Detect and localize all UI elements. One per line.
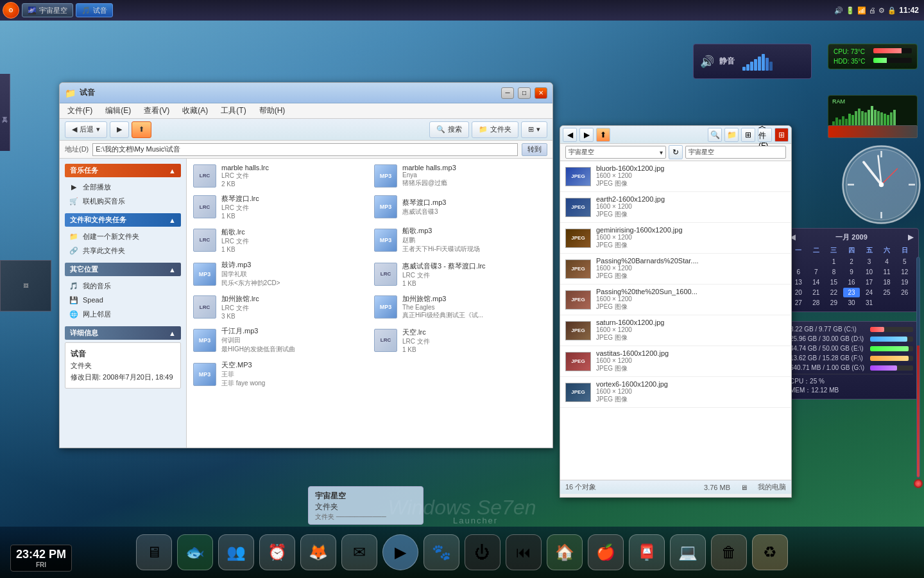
menu-file[interactable]: 文件(F) — [65, 104, 95, 118]
dock-item-recycle[interactable]: ♻ — [752, 534, 788, 570]
cal-date[interactable]: 18 — [878, 277, 896, 287]
taskbar-window-btn-0[interactable]: 🌌 宇宙星空 — [22, 3, 73, 17]
dock-item-timemachine[interactable]: ⏰ — [259, 534, 295, 570]
other-places-collapse-icon[interactable]: ▲ — [169, 266, 176, 274]
cal-date[interactable]: 19 — [896, 277, 913, 287]
fw2-addr-dropdown[interactable]: ▾ — [660, 149, 663, 156]
forward-button[interactable]: ▶ — [110, 121, 129, 138]
buy-music-item[interactable]: 🛒 联机购买音乐 — [65, 194, 181, 208]
folder-btn[interactable]: 📁 文件夹 — [472, 121, 518, 138]
share-folder-item[interactable]: 🔗 共享此文件夹 — [65, 243, 181, 258]
menu-favorites[interactable]: 收藏(A) — [180, 104, 210, 118]
dock-item-home[interactable]: 🏠 — [547, 534, 583, 570]
dock-item-power[interactable]: ⏻ — [465, 534, 501, 570]
network-item[interactable]: 🌐 网上邻居 — [65, 307, 181, 321]
fw2-view-btn[interactable]: ⊞ — [741, 128, 755, 142]
cal-date[interactable]: 24 — [860, 288, 878, 297]
dock-item-firefox[interactable]: 🦊 — [300, 534, 336, 570]
close-button[interactable]: ✕ — [535, 87, 547, 99]
detail-collapse-icon[interactable]: ▲ — [169, 329, 176, 337]
menu-help[interactable]: 帮助(H) — [257, 104, 288, 118]
menu-edit[interactable]: 编辑(E) — [103, 104, 133, 118]
cal-date[interactable]: 10 — [860, 267, 878, 277]
file-item-huiwei-lrc[interactable]: LRC 惠威试音碟3 - 蔡琴渡口.lrc LRC 文件 1 KB — [370, 258, 550, 290]
fw2-refresh-btn[interactable]: ↻ — [669, 145, 683, 159]
dock-item-mail2[interactable]: 📮 — [629, 534, 665, 570]
fw2-up-btn[interactable]: ⬆ — [596, 128, 610, 142]
file-item-chuange-lrc[interactable]: LRC 船歌.lrc LRC 文件 1 KB — [189, 223, 369, 256]
play-all-item[interactable]: ▶ 全部播放 — [65, 180, 181, 194]
address-go-button[interactable]: 转到 — [522, 143, 547, 156]
back-button[interactable]: ◀ 后退 ▾ — [65, 121, 107, 138]
cal-date[interactable]: 30 — [843, 298, 860, 308]
fw2-back-btn[interactable]: ◀ — [563, 128, 577, 142]
cal-date[interactable]: 28 — [808, 298, 825, 308]
fw2-item-saturn[interactable]: JPEG saturn-1600x1200.jpg 1600 × 1200 JP… — [560, 315, 791, 346]
cal-date[interactable]: 13 — [790, 277, 807, 287]
cal-date[interactable]: 9 — [843, 267, 860, 277]
spead-item[interactable]: 💾 Spead — [65, 293, 181, 307]
cal-date[interactable]: 6 — [790, 267, 807, 277]
fw2-addr-box[interactable]: 宇宙星空 ▾ — [565, 146, 666, 159]
cal-date[interactable]: 15 — [825, 277, 843, 287]
file-item-chuange-mp3[interactable]: MP3 船歌.mp3 赵鹏 王者天下Hi-Fi天碟试听现场 — [370, 223, 550, 256]
cal-date[interactable]: 17 — [860, 277, 878, 287]
cal-date[interactable]: 7 — [808, 267, 825, 277]
cal-date[interactable]: 16 — [843, 277, 860, 287]
taskbar-window-btn-1[interactable]: 🎵 试音 — [76, 3, 113, 17]
file-item-qianjiang-mp3[interactable]: MP3 千江月.mp3 何训田 最HIGH的发烧低音测试曲 — [189, 324, 369, 356]
fw2-item-earth2[interactable]: JPEG earth2-1600x1200.jpg 1600 × 1200 JP… — [560, 192, 791, 223]
up-button[interactable]: ⬆ — [132, 121, 151, 138]
minimize-button[interactable]: ─ — [501, 87, 514, 99]
cal-date[interactable] — [808, 257, 825, 267]
dock-item-prev[interactable]: ⏮ — [506, 534, 542, 570]
menu-tools[interactable]: 工具(T) — [218, 104, 248, 118]
cal-date[interactable]: 21 — [808, 288, 825, 297]
dock-item-monitor[interactable]: 💻 — [670, 534, 706, 570]
dock-item-finder[interactable]: 🖥 — [136, 534, 172, 570]
menu-view[interactable]: 查看(V) — [141, 104, 172, 118]
cal-date[interactable]: 27 — [790, 298, 807, 308]
cal-date[interactable]: 8 — [825, 267, 843, 277]
cal-date[interactable]: 4 — [878, 257, 896, 267]
file-item-jizhou-lrc[interactable]: LRC 加州旅馆.lrc LRC 文件 3 KB — [189, 292, 369, 322]
cal-next[interactable]: ▶ — [908, 233, 913, 241]
dock-item-trash[interactable]: 🗑 — [711, 534, 747, 570]
cal-date[interactable]: 20 — [790, 288, 807, 297]
dock-item-play[interactable]: ▶ — [382, 534, 418, 570]
cal-date[interactable]: 29 — [825, 298, 843, 308]
cal-date[interactable]: 12 — [896, 267, 913, 277]
my-music-item[interactable]: 🎵 我的音乐 — [65, 279, 181, 293]
cal-date[interactable]: 14 — [808, 277, 825, 287]
dock-item-apple[interactable]: 🍎 — [588, 534, 624, 570]
fw2-item-vortex[interactable]: JPEG vortex6-1600x1200.jpg 1600 × 1200 J… — [560, 377, 791, 408]
dock-item-mail[interactable]: ✉ — [341, 534, 377, 570]
cal-date-today[interactable]: 23 — [843, 288, 860, 297]
cal-date[interactable]: 25 — [878, 288, 896, 297]
cal-date[interactable]: 1 — [825, 257, 843, 267]
fw2-search-btn[interactable]: 🔍 — [708, 128, 722, 142]
fw2-forward-btn[interactable]: ▶ — [579, 128, 594, 142]
fw2-item-vastitas[interactable]: JPEG vastitas-1600x1200.jpg 1600 × 1200 … — [560, 346, 791, 377]
dock-item-people[interactable]: 👥 — [218, 534, 254, 570]
file-item-jizhou-mp3[interactable]: MP3 加州旅馆.mp3 The Eagles 真正HiFi级经典测试王《试..… — [370, 292, 550, 322]
create-folder-item[interactable]: 📁 创建一个新文件夹 — [65, 229, 181, 243]
cal-date[interactable]: 31 — [860, 298, 878, 308]
dock-item-fish[interactable]: 🐟 — [177, 534, 213, 570]
start-orb[interactable]: ⊙ — [3, 2, 19, 19]
maximize-button[interactable]: □ — [518, 87, 531, 99]
fw2-file-btn[interactable]: 文件(F) — [758, 128, 772, 142]
cal-date[interactable]: 22 — [825, 288, 843, 297]
cal-date[interactable]: 11 — [878, 267, 896, 277]
file-item-caiqin-lrc[interactable]: LRC 蔡琴渡口.lrc LRC 文件 1 KB — [189, 191, 369, 222]
file-item-gushi-mp3[interactable]: MP3 鼓诗.mp3 国学礼联 民乐<东方神韵2CD> — [189, 258, 369, 290]
file-tasks-collapse-icon[interactable]: ▲ — [169, 216, 176, 224]
file-item-tiankong-lrc[interactable]: LRC 天空.lrc LRC 文件 1 KB — [370, 324, 550, 356]
cal-date[interactable]: 26 — [896, 288, 913, 297]
view-button[interactable]: ⊞ ▾ — [521, 121, 547, 138]
cal-date[interactable] — [878, 298, 896, 308]
file-item-marble-mp3[interactable]: MP3 marble halls.mp3 Enya 猪猪乐园@过瘾 — [370, 161, 550, 190]
fw2-item-bluorb[interactable]: JPEG bluorb-1600x1200.jpg 1600 × 1200 JP… — [560, 161, 791, 192]
fw2-folder-btn[interactable]: 📁 — [724, 128, 739, 142]
fw2-item-barnards[interactable]: JPEG Passing%20Barnards%20Star.... 1600 … — [560, 254, 791, 285]
